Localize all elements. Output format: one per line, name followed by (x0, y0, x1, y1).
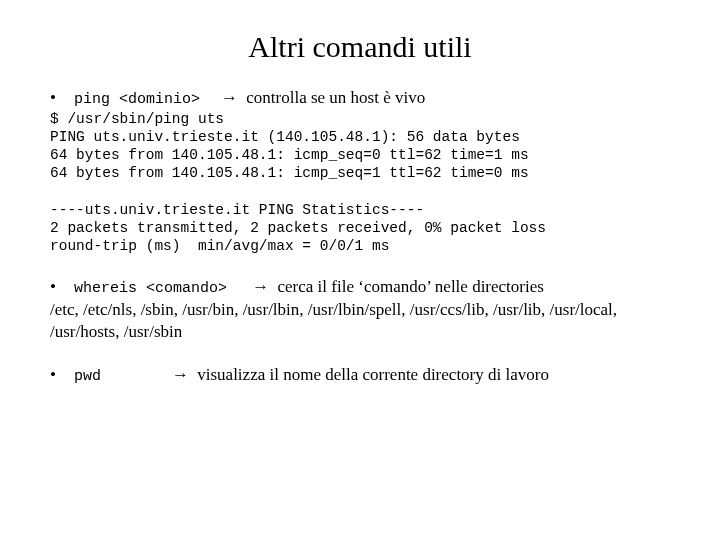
desc-whereis: cerca il file ‘comando’ nelle directorie… (278, 277, 544, 296)
bullet-ping: • ping <dominio> → controlla se un host … (50, 88, 670, 108)
cmd-pwd: pwd (74, 368, 134, 385)
slide: Altri comandi utili • ping <dominio> → c… (0, 0, 720, 540)
bullet-whereis: • whereis <comando> → cerca il file ‘com… (50, 277, 670, 297)
bullet-dot-icon: • (50, 88, 74, 108)
arrow-icon: → (252, 277, 269, 296)
bullet-dot-icon: • (50, 365, 74, 385)
bullet-dot-icon: • (50, 277, 74, 297)
desc-pwd: visualizza il nome della corrente direct… (197, 365, 549, 384)
bullet-pwd: • pwd → visualizza il nome della corrent… (50, 365, 670, 385)
desc-ping: controlla se un host è vivo (246, 88, 425, 107)
arrow-icon: → (221, 88, 238, 107)
arrow-icon: → (172, 365, 189, 384)
cmd-whereis: whereis <comando> (74, 280, 227, 297)
ping-output: $ /usr/sbin/ping uts PING uts.univ.tries… (50, 110, 670, 255)
whereis-dirs: /etc, /etc/nls, /sbin, /usr/bin, /usr/lb… (50, 299, 670, 343)
cmd-ping: ping <dominio> (74, 91, 200, 108)
slide-title: Altri comandi utili (50, 30, 670, 64)
